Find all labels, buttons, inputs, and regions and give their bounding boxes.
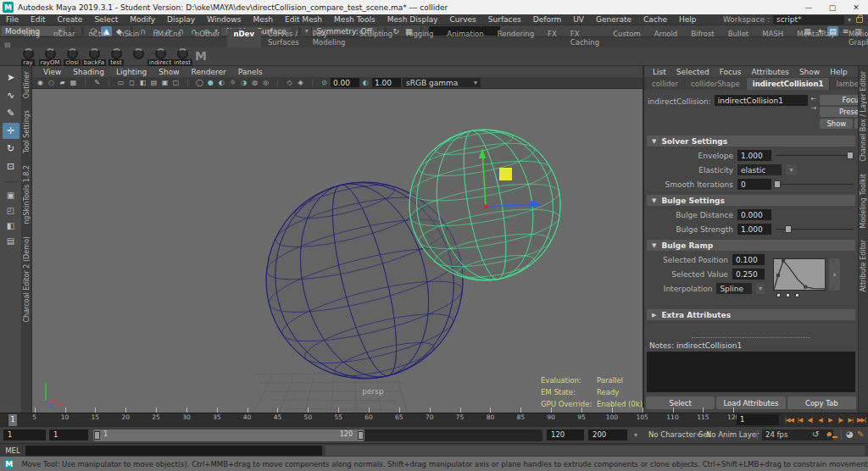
shelf-tab[interactable]: nMxCns bbox=[146, 29, 188, 47]
time-slider[interactable]: 5101520253035404550556065707580859095100… bbox=[0, 413, 868, 426]
gamma-icon[interactable]: ◐ bbox=[361, 79, 370, 86]
shelf-item[interactable]: intest bbox=[173, 47, 192, 66]
pin-right-icon[interactable]: → bbox=[811, 104, 817, 112]
menu-item[interactable]: Mesh Tools bbox=[328, 15, 381, 24]
plane-handle[interactable] bbox=[499, 168, 512, 180]
footer-button[interactable]: Copy Tab bbox=[787, 396, 856, 409]
elasticity-select[interactable]: elastic bbox=[737, 164, 782, 175]
panel-menu-item[interactable]: Shading bbox=[67, 68, 110, 76]
node-name-field[interactable]: indirectCollision1 bbox=[715, 95, 808, 106]
gamma-field[interactable]: 1.00 bbox=[372, 78, 401, 87]
shelf-tab[interactable]: Sculpting bbox=[352, 29, 399, 47]
shelf-tab[interactable]: nOther bbox=[188, 29, 227, 47]
menu-item[interactable]: Mesh Display bbox=[381, 15, 444, 24]
script-editor-icon[interactable]: ✎ bbox=[857, 429, 864, 439]
command-result-field[interactable] bbox=[326, 446, 865, 456]
menu-item[interactable]: Windows bbox=[201, 15, 247, 24]
chevron-down-icon[interactable]: ▾ bbox=[634, 429, 637, 441]
attribute-editor-menu-item[interactable]: Selected bbox=[671, 68, 715, 76]
wireframe-icon[interactable]: ◯ bbox=[195, 79, 204, 86]
envelope-field[interactable]: 1.000 bbox=[737, 150, 771, 161]
camera-lock-icon[interactable]: ○ bbox=[47, 79, 56, 86]
shelf-tab[interactable]: FX Caching bbox=[564, 29, 606, 47]
show-button[interactable]: Show bbox=[820, 119, 853, 129]
sidebar-vtab[interactable]: ngSkinTools 1.8.2 bbox=[23, 165, 31, 224]
attribute-editor-tab[interactable]: colliderShape bbox=[685, 78, 746, 90]
pin-left-icon[interactable]: ← bbox=[811, 95, 817, 103]
sep[interactable]: | bbox=[104, 79, 114, 86]
safe-action-icon[interactable]: ▣ bbox=[160, 79, 170, 86]
lights-icon[interactable]: ☼ bbox=[228, 79, 237, 86]
menu-item[interactable]: Curves bbox=[444, 15, 482, 24]
sep[interactable]: | bbox=[308, 79, 317, 86]
workspace-select[interactable]: script* bbox=[773, 15, 844, 25]
anim-layer-select[interactable]: No Anim Layer bbox=[706, 429, 760, 441]
shelf-item[interactable]: test bbox=[107, 47, 125, 66]
shelf-tab[interactable]: Custom bbox=[606, 29, 648, 47]
sidebar-vtab[interactable]: Outliner bbox=[23, 71, 31, 98]
screen-space-ao-icon[interactable]: ◍ bbox=[250, 79, 259, 86]
ramp-expand-button[interactable]: › bbox=[829, 258, 840, 291]
character-set-select[interactable]: No Character Set bbox=[648, 429, 710, 441]
view-transform-select[interactable]: sRGB gamma▾ bbox=[403, 78, 481, 87]
animation-preferences-icon[interactable]: ◕ bbox=[846, 429, 854, 439]
shelf-tab[interactable]: nSkin bbox=[113, 29, 146, 47]
attribute-editor-tab[interactable]: indirectCollision1 bbox=[747, 78, 830, 90]
shelf-tab[interactable]: MASH bbox=[755, 29, 790, 47]
menu-item[interactable]: Mesh bbox=[247, 15, 279, 24]
range-start-handle[interactable] bbox=[94, 431, 100, 440]
section-solver-settings[interactable]: ▼ Solver Settings bbox=[647, 136, 855, 147]
film-gate-icon[interactable]: ▭ bbox=[116, 79, 125, 86]
selected-value-field[interactable]: 0.250 bbox=[732, 269, 765, 280]
paint-select-tool[interactable]: ✎ bbox=[3, 105, 19, 121]
smooth-iterations-field[interactable]: 0 bbox=[737, 179, 771, 190]
sep[interactable]: | bbox=[81, 79, 90, 86]
smooth-iterations-slider[interactable] bbox=[776, 180, 853, 189]
attribute-editor-menu-item[interactable]: List bbox=[648, 68, 671, 76]
bulge-strength-slider[interactable] bbox=[776, 224, 853, 234]
drag-handle[interactable] bbox=[692, 337, 810, 338]
minimize-button[interactable]: — bbox=[797, 0, 821, 14]
ramp-point-marker[interactable] bbox=[795, 293, 799, 297]
select-tool[interactable]: ➤ bbox=[3, 69, 19, 86]
shelf-tab[interactable]: nChar bbox=[47, 29, 81, 47]
panel-menu-item[interactable]: Panels bbox=[232, 68, 269, 76]
play-forwards-button[interactable]: ▶ bbox=[826, 414, 835, 426]
step-forward-key-button[interactable]: |▶ bbox=[836, 414, 845, 426]
layout-four-pane[interactable]: ◰ bbox=[3, 204, 19, 217]
shelf-tab[interactable]: Rendering bbox=[491, 29, 541, 47]
shelf-tab[interactable]: Motion Graphics bbox=[842, 29, 868, 47]
footer-button[interactable]: Select bbox=[646, 396, 715, 409]
menu-item[interactable]: File bbox=[0, 15, 25, 24]
animation-start-field[interactable]: 1 bbox=[3, 429, 46, 441]
resolution-gate-icon[interactable]: ◻ bbox=[127, 79, 136, 86]
shelf-tab[interactable]: Curves / Surfaces bbox=[261, 29, 306, 47]
current-frame-marker[interactable]: 1 bbox=[8, 414, 17, 426]
menu-item[interactable]: Cache bbox=[637, 15, 673, 24]
playback-end-field[interactable]: 120 bbox=[547, 429, 584, 441]
menu-item[interactable]: Create bbox=[52, 15, 89, 24]
panel-menu-item[interactable]: Renderer bbox=[186, 68, 232, 76]
menu-item[interactable]: UV bbox=[567, 15, 590, 24]
shelf-tab[interactable]: Poly Modeling bbox=[306, 29, 353, 47]
ramp-point-marker[interactable] bbox=[776, 293, 781, 297]
lasso-select-tool[interactable]: ∿ bbox=[3, 87, 19, 103]
attribute-editor-menu-item[interactable]: Attributes bbox=[746, 68, 793, 76]
shelf-tab[interactable]: Rigging bbox=[399, 29, 440, 47]
camera-select-icon[interactable]: ◉ bbox=[36, 79, 45, 86]
attribute-editor-tab[interactable]: collider bbox=[646, 78, 684, 90]
shelf-item[interactable]: rayOM bbox=[41, 47, 59, 66]
layout-two-pane[interactable]: ◧ bbox=[3, 219, 19, 232]
mel-toggle[interactable]: MEL bbox=[0, 446, 25, 455]
menu-item[interactable]: Deform bbox=[527, 15, 567, 24]
sep[interactable]: | bbox=[273, 79, 282, 86]
shaded-icon[interactable]: ● bbox=[206, 79, 215, 86]
grease-pencil-icon[interactable]: ✎ bbox=[92, 79, 102, 86]
range-bar[interactable]: 1 120 bbox=[93, 429, 364, 441]
scale-tool[interactable]: ⊡ bbox=[3, 158, 19, 175]
shelf-tab[interactable]: nDev bbox=[227, 29, 261, 47]
gate-mask-icon[interactable]: ◧ bbox=[138, 79, 147, 86]
move-tool[interactable]: ✛ bbox=[3, 123, 19, 139]
maximize-button[interactable]: ▢ bbox=[821, 0, 844, 14]
shelf-item[interactable] bbox=[129, 47, 147, 66]
